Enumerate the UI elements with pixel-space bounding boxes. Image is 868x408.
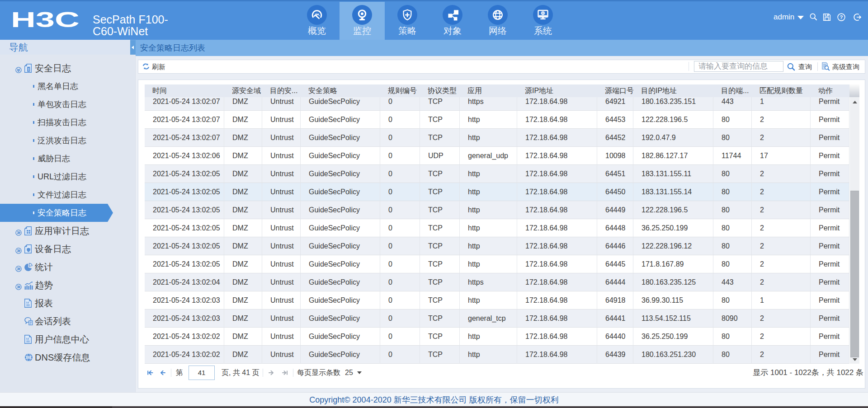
svg-text:H3C: H3C [11, 11, 80, 28]
svg-text:?: ? [840, 14, 843, 20]
svg-text:DNS: DNS [26, 356, 32, 359]
